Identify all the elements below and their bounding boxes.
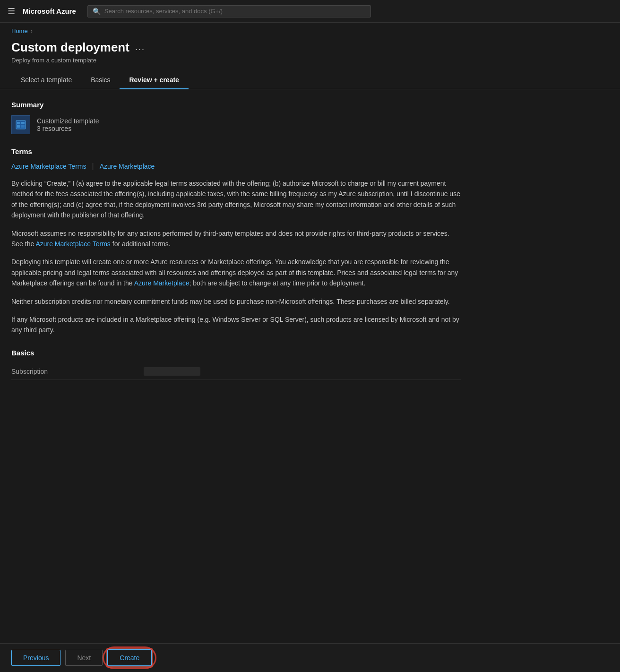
page-header: Custom deployment ... (0, 34, 620, 55)
search-input[interactable] (104, 8, 366, 15)
svg-rect-4 (21, 125, 25, 128)
template-icon (11, 115, 30, 134)
previous-button[interactable]: Previous (11, 650, 60, 666)
page-title: Custom deployment (11, 40, 129, 55)
svg-rect-1 (17, 122, 20, 124)
terms-body: By clicking “Create,” I (a) agree to the… (11, 178, 461, 336)
terms-paragraph-1: By clicking “Create,” I (a) agree to the… (11, 178, 461, 221)
terms-divider: | (92, 162, 94, 171)
azure-marketplace-link[interactable]: Azure Marketplace (100, 163, 155, 170)
search-bar[interactable]: 🔍 (87, 5, 371, 17)
svg-rect-2 (21, 122, 25, 124)
summary-card: Customized template 3 resources (11, 115, 461, 134)
terms-inline-link-2[interactable]: Azure Marketplace (134, 279, 189, 287)
brand-name: Microsoft Azure (23, 7, 76, 15)
breadcrumb-home[interactable]: Home (11, 27, 28, 34)
next-button[interactable]: Next (65, 650, 103, 666)
tab-bar: Select a template Basics Review + create (0, 71, 620, 89)
subscription-field-row: Subscription (11, 363, 461, 380)
subscription-value (144, 367, 200, 376)
main-content: Summary Customized template 3 resources … (0, 89, 473, 427)
tab-review-create[interactable]: Review + create (120, 71, 188, 89)
terms-section: Terms Azure Marketplace Terms | Azure Ma… (11, 147, 461, 336)
bottom-bar: Previous Next Create (0, 643, 620, 672)
terms-paragraph-3: Deploying this template will create one … (11, 257, 461, 288)
resources-count: 3 resources (37, 125, 99, 132)
terms-paragraph-2: Microsoft assumes no responsibility for … (11, 228, 461, 250)
terms-section-title: Terms (11, 147, 461, 155)
subscription-label: Subscription (11, 368, 144, 375)
tab-select-template[interactable]: Select a template (11, 71, 81, 89)
page-subtitle: Deploy from a custom template (0, 55, 620, 71)
basics-section-title: Basics (11, 349, 461, 357)
template-info: Customized template 3 resources (37, 117, 99, 132)
terms-paragraph-4: Neither subscription credits nor monetar… (11, 296, 461, 307)
svg-rect-0 (16, 121, 26, 129)
template-name: Customized template (37, 117, 99, 125)
breadcrumb-separator: › (31, 28, 33, 34)
search-icon: 🔍 (93, 8, 101, 15)
more-options-button[interactable]: ... (135, 43, 145, 52)
terms-links: Azure Marketplace Terms | Azure Marketpl… (11, 162, 461, 171)
svg-rect-3 (17, 125, 20, 128)
tab-basics[interactable]: Basics (81, 71, 120, 89)
create-button-wrapper: Create (107, 649, 152, 666)
hamburger-menu[interactable]: ☰ (8, 6, 15, 17)
top-navigation: ☰ Microsoft Azure 🔍 (0, 0, 620, 23)
terms-inline-link-1[interactable]: Azure Marketplace Terms (35, 240, 110, 248)
azure-marketplace-terms-link[interactable]: Azure Marketplace Terms (11, 163, 86, 170)
basics-section: Basics Subscription (11, 349, 461, 380)
breadcrumb: Home › (0, 23, 620, 34)
summary-section-title: Summary (11, 101, 461, 109)
create-button[interactable]: Create (107, 649, 152, 666)
terms-paragraph-5: If any Microsoft products are included i… (11, 314, 461, 336)
